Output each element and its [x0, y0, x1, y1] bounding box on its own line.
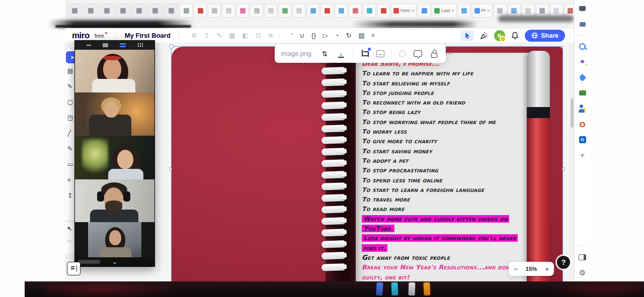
browser-tab[interactable]: Hom×: [391, 4, 417, 18]
export-icon[interactable]: ↥: [204, 32, 209, 39]
more-icon[interactable]: [445, 49, 454, 58]
unlock-icon[interactable]: [429, 49, 438, 58]
tool-icon[interactable]: ✎: [65, 145, 75, 152]
mask-icon[interactable]: [399, 50, 406, 57]
layout-icon[interactable]: ◧: [243, 32, 249, 39]
reactions-tool[interactable]: [480, 32, 488, 40]
window-icon[interactable]: [103, 43, 108, 47]
browser-tab[interactable]: [306, 4, 319, 18]
pen-icon[interactable]: ✎: [216, 32, 222, 39]
browser-tab[interactable]: [335, 4, 348, 18]
select-cursor-tool[interactable]: [461, 30, 474, 41]
play-icon[interactable]: ▷: [323, 32, 328, 39]
download-icon[interactable]: [337, 49, 346, 58]
notebook-image[interactable]: Dear Santa, I promise...To learn to be h…: [172, 47, 562, 281]
ext-cam-icon[interactable]: [578, 20, 587, 29]
browser-tab[interactable]: [99, 4, 114, 18]
scrollbar-handle[interactable]: [571, 98, 574, 128]
miro-logo[interactable]: miro: [72, 31, 90, 41]
panel-icon[interactable]: [578, 253, 587, 262]
person-chart-icon[interactable]: [578, 104, 587, 113]
browser-tab[interactable]: [292, 4, 305, 18]
minimize-icon[interactable]: [87, 45, 91, 46]
browser-tab[interactable]: [147, 4, 163, 18]
zoom-in-button[interactable]: +: [545, 265, 549, 273]
tag-icon[interactable]: [578, 73, 587, 82]
plan-badge[interactable]: free: [95, 33, 104, 39]
notes-icon[interactable]: ▤: [359, 32, 365, 39]
participant-video-1[interactable]: [75, 50, 154, 93]
table-icon[interactable]: ▦: [229, 32, 235, 39]
zoom-out-button[interactable]: −: [514, 265, 518, 273]
office-icon[interactable]: O: [578, 120, 587, 129]
browser-tab[interactable]: [264, 4, 277, 18]
quote-icon[interactable]: ’: [291, 32, 293, 39]
browser-tab[interactable]: [320, 4, 334, 18]
browser-tab[interactable]: [67, 4, 82, 18]
bracket-icon[interactable]: ∪: [300, 32, 305, 39]
frame-tool-icon[interactable]: ⊡: [256, 32, 261, 39]
participant-video-3-active[interactable]: [75, 136, 154, 179]
tool-icon[interactable]: ✎: [65, 83, 75, 90]
browser-tab[interactable]: [222, 4, 235, 18]
browser-tab[interactable]: [349, 4, 362, 18]
tool-icon[interactable]: ▭: [65, 161, 75, 168]
participant-video-4[interactable]: [75, 179, 154, 223]
participant-video-2[interactable]: [75, 92, 154, 136]
share-button[interactable]: Share: [525, 30, 565, 42]
tab-close-icon[interactable]: ×: [488, 8, 490, 13]
vertical-scrollbar[interactable]: [570, 43, 574, 281]
browser-tab[interactable]: [115, 4, 130, 18]
tool-icon[interactable]: ▤: [65, 67, 75, 74]
browser-tab[interactable]: [250, 4, 263, 18]
help-button[interactable]: ?: [557, 256, 570, 269]
browser-tab[interactable]: [363, 4, 376, 18]
sync-icon[interactable]: ↻: [346, 32, 352, 39]
browser-tab[interactable]: [208, 4, 221, 18]
tool-icon[interactable]: ╱: [65, 130, 75, 137]
wave-icon[interactable]: ≋: [268, 32, 274, 39]
tool-icon[interactable]: ↥: [65, 192, 75, 199]
redo-button[interactable]: ↷: [67, 238, 72, 245]
gear-icon[interactable]: ⚙: [578, 268, 587, 277]
add-icon[interactable]: +: [578, 151, 587, 160]
ext-pin-icon[interactable]: [578, 4, 587, 13]
board-title[interactable]: My First Board: [125, 32, 171, 39]
settings-icon[interactable]: ⚙: [191, 32, 197, 39]
participant-video-5[interactable]: [75, 222, 154, 257]
tool-icon[interactable]: ◳: [65, 114, 75, 121]
outlook-icon[interactable]: [578, 135, 587, 144]
user-avatar[interactable]: K: [494, 30, 505, 41]
browser-tab[interactable]: [377, 4, 390, 18]
browser-tab[interactable]: [194, 4, 207, 18]
tool-icon[interactable]: ⌗: [65, 176, 75, 183]
crop-icon[interactable]: [360, 49, 369, 58]
browser-tab[interactable]: [164, 4, 179, 18]
browser-tab[interactable]: [458, 4, 471, 18]
layout-toggle-icon[interactable]: [120, 43, 126, 47]
tool-icon[interactable]: ▢: [65, 98, 75, 106]
zoom-level[interactable]: 15%: [525, 266, 537, 272]
browser-tab[interactable]: Last×: [432, 4, 456, 18]
search-icon[interactable]: [578, 42, 587, 51]
undo-button[interactable]: ↖: [67, 225, 72, 232]
tab-close-icon[interactable]: ×: [412, 8, 414, 13]
browser-tab[interactable]: Pr×: [472, 4, 493, 18]
tab-close-icon[interactable]: ×: [451, 8, 454, 13]
swap-icon[interactable]: [320, 49, 330, 58]
braces-icon[interactable]: {}: [311, 32, 316, 39]
comment-icon[interactable]: [413, 49, 422, 58]
browser-tab[interactable]: [83, 4, 98, 18]
select-tool-active[interactable]: ➤: [66, 51, 75, 63]
browser-tab[interactable]: [131, 4, 146, 18]
toolbox-icon[interactable]: [578, 88, 587, 97]
collapse-icon[interactable]: »: [370, 34, 377, 37]
ai-sparkle-icon[interactable]: ✦: [578, 57, 587, 66]
notifications-button[interactable]: [511, 32, 519, 40]
fit-icon[interactable]: [376, 50, 384, 57]
frames-panel-button[interactable]: [67, 262, 80, 275]
browser-tab[interactable]: [180, 4, 193, 18]
browser-tab[interactable]: [278, 4, 291, 18]
timer-icon[interactable]: ◔: [335, 32, 339, 39]
grid-view-icon[interactable]: [137, 43, 143, 47]
